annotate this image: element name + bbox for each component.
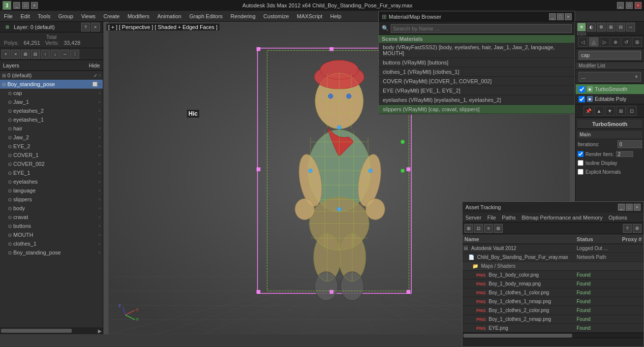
nav-spin[interactable]: ↺ [621, 37, 631, 47]
at-tb-btn4[interactable]: ⊞ [494, 224, 503, 233]
modifier-editablepoly-entry[interactable]: ■ Editable Poly [576, 94, 644, 104]
layer-btn8[interactable]: ⋮ [70, 50, 79, 59]
mat-item-body[interactable]: body (VRayFastSSS2) [body, eyelashes, ha… [379, 43, 575, 58]
modifier-ts-checkbox[interactable] [579, 86, 585, 93]
at-row-vault[interactable]: 🏛 Autodesk Vault 2012 Logged Out ... [462, 244, 644, 253]
mat-maximize-btn[interactable]: □ [557, 13, 564, 20]
menu-rendering[interactable]: Rendering [227, 11, 260, 21]
mat-item-slippers[interactable]: slippers (VRayMtl) [cap, cravat, slipper… [379, 105, 575, 114]
layer-btn7[interactable]: ↔ [61, 50, 69, 59]
layer-btn4[interactable]: ⊟ [31, 50, 40, 59]
layer-btn5[interactable]: ↑ [41, 50, 50, 59]
mat-close-btn[interactable]: × [565, 13, 572, 20]
at-row-maxfile[interactable]: 📄 Child_Boy_Standing_Pose_Fur_vray.max N… [462, 253, 644, 262]
layer-item-cap[interactable]: ⊙ cap ≡ [0, 89, 103, 97]
menu-maxscript[interactable]: MAXScript [293, 11, 326, 21]
layer-item-body[interactable]: ⊙ body ≡ [0, 204, 103, 213]
menu-graph-editors[interactable]: Graph Editors [185, 11, 227, 21]
layer-item-cover002[interactable]: ⊙ COVER_002 ≡ [0, 159, 103, 168]
menu-create[interactable]: Create [99, 11, 123, 21]
layer-item-slippers[interactable]: ⊙ slippers ≡ [0, 195, 103, 204]
at-menu-server[interactable]: Server [462, 213, 484, 222]
cap-input[interactable] [579, 51, 641, 60]
close-app-btn[interactable]: × [635, 2, 642, 9]
rt-btn-2[interactable]: ◐ [587, 23, 596, 32]
at-minimize-btn[interactable]: _ [618, 204, 625, 211]
at-row-clothes2-nmap[interactable]: PNG Boy_1_clothes_2_nmap.png Found [462, 315, 644, 324]
new-layer-btn[interactable]: + [1, 50, 10, 59]
minimize-doc-btn[interactable]: _ [13, 2, 20, 9]
at-tb-help-btn[interactable]: ? [623, 224, 632, 233]
layer-help-btn[interactable]: ? [81, 23, 90, 32]
layer-item-eyelashes2[interactable]: ⊙ eyelashes_2 ≡ [0, 106, 103, 115]
menu-edit[interactable]: Edit [17, 11, 34, 21]
layer-item-eye2[interactable]: ⊙ EYE_2 ≡ [0, 142, 103, 151]
layer-item-cover1[interactable]: ⊙ COVER_1 ≡ [0, 151, 103, 159]
mat-item-eyelashes[interactable]: eyelashes (VRayMtl) [eyelashes_1, eyelas… [379, 95, 575, 105]
layer-btn6[interactable]: ↓ [51, 50, 60, 59]
at-row-eye[interactable]: PNG EYE.png Found [462, 324, 644, 333]
mat-item-eye[interactable]: EYE (VRayMtl) [EYE_1, EYE_2] [379, 86, 575, 95]
at-menu-file[interactable]: File [484, 213, 499, 222]
at-row-clothes1-nmap[interactable]: PNG Boy_1_clothes_1_nmap.png Found [462, 297, 644, 306]
at-row-clothes2-color[interactable]: PNG Boy_1_clothes_2_color.png Found [462, 306, 644, 315]
mat-item-buttons[interactable]: buttons (VRayMtl) [buttons] [379, 58, 575, 67]
rt-btn-1[interactable]: ☀ [577, 23, 586, 32]
at-menu-bitmap-perf[interactable]: Bitmap Performance and Memory [519, 213, 605, 222]
layer-item-language[interactable]: ⊙ language ≡ [0, 186, 103, 195]
at-menu-paths[interactable]: Paths [499, 213, 519, 222]
nav2-arrow[interactable]: ▲ [594, 106, 604, 116]
mat-search-input[interactable] [391, 24, 572, 33]
at-tb-btn2[interactable]: ⊡ [474, 224, 483, 233]
nav-pin[interactable]: ⊕ [611, 37, 620, 47]
nav2-pin[interactable]: 📌 [583, 106, 593, 116]
at-close-btn[interactable]: × [634, 204, 641, 211]
isoline-checkbox[interactable] [578, 160, 583, 166]
layer-item-mouth[interactable]: ⊙ MOUTH ≡ [0, 230, 103, 239]
menu-group[interactable]: Group [54, 11, 77, 21]
at-row-maps-folder[interactable]: 📁 Maps / Shaders [462, 262, 644, 271]
at-tb-btn3[interactable]: ≡ [484, 224, 493, 233]
layer-item-cravat[interactable]: ⊙ cravat ≡ [0, 213, 103, 221]
menu-file[interactable]: File [0, 11, 17, 21]
explicit-normals-checkbox[interactable] [578, 169, 583, 175]
nav2-arrow2[interactable]: ▼ [605, 106, 615, 116]
menu-animation[interactable]: Animation [153, 11, 185, 21]
at-row-body-color[interactable]: PNG Boy_1_body_color.png Found [462, 271, 644, 280]
layer-item-eye1[interactable]: ⊙ EYE_1 ≡ [0, 168, 103, 177]
restore-doc-btn[interactable]: □ [22, 2, 29, 9]
nav-arrow-right[interactable]: ▷ [600, 37, 610, 47]
nav-arrow-up[interactable]: △ [589, 37, 599, 47]
nav2-camera[interactable]: ⊡ [627, 106, 637, 116]
at-tb-btn1[interactable]: ⊞ [464, 224, 473, 233]
layer-item-hair[interactable]: ⊙ hair ≡ [0, 124, 103, 133]
nav-maximize[interactable]: ⊞ [632, 37, 642, 47]
layer-item-jaw2[interactable]: ⊙ Jaw_2 ≡ [0, 133, 103, 142]
at-row-clothes1-color[interactable]: PNG Boy_1_clothes_1_color.png Found [462, 288, 644, 297]
menu-tools[interactable]: Tools [34, 11, 55, 21]
maximize-app-btn[interactable]: □ [626, 2, 633, 9]
modifier-ep-checkbox[interactable] [579, 96, 585, 102]
layer-scrollbar[interactable]: ▶ [0, 327, 103, 334]
modifier-dropdown-btn[interactable]: ... ▼ [579, 72, 641, 82]
layer-list[interactable]: ⊞ 0 (default) ✓ ≡ ⊞ Boy_standing_pose ≡ … [0, 71, 103, 327]
render-iters-checkbox[interactable] [578, 151, 583, 157]
iterations-input[interactable] [617, 140, 642, 148]
minimize-app-btn[interactable]: _ [617, 2, 624, 9]
nav2-box[interactable]: ⊞ [616, 106, 626, 116]
layer-item-jaw1[interactable]: ⊙ Jaw_1 ≡ [0, 97, 103, 106]
rt-btn-6[interactable]: ↔ [626, 23, 635, 32]
at-menu-options[interactable]: Options [606, 213, 630, 222]
at-row-body-nmap[interactable]: PNG Boy_1_body_nmap.png Found [462, 280, 644, 288]
layer-item-0-default[interactable]: ⊞ 0 (default) ✓ ≡ [0, 71, 103, 80]
layer-item-eyelashes1[interactable]: ⊙ eyelashes_1 ≡ [0, 115, 103, 124]
layer-item-buttons[interactable]: ⊙ buttons ≡ [0, 221, 103, 230]
at-scrollbar[interactable] [462, 333, 644, 338]
layer-item-eyelashes[interactable]: ⊙ eyelashes ≡ [0, 177, 103, 186]
rt-btn-4[interactable]: ⊞ [607, 23, 615, 32]
modifier-turbosmoothentry[interactable]: ■ TurboSmooth [576, 84, 644, 94]
layer-btn3[interactable]: ⊞ [21, 50, 30, 59]
rt-btn-5[interactable]: ⊟ [616, 23, 625, 32]
close-doc-btn[interactable]: × [31, 2, 38, 9]
layer-item-clothes1[interactable]: ⊙ clothes_1 ≡ [0, 239, 103, 248]
